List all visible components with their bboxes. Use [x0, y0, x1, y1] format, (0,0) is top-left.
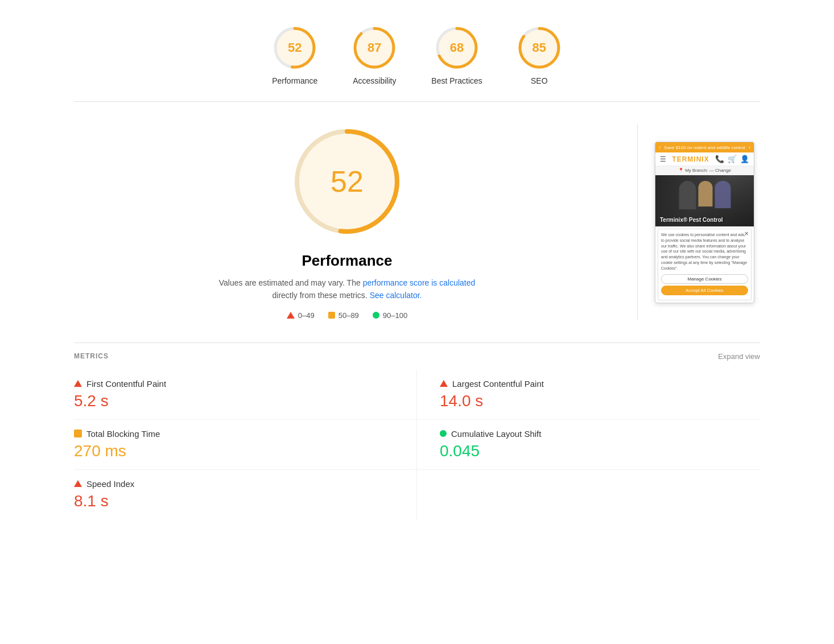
score-value-performance: 52 — [288, 40, 302, 55]
score-circle-seo: 85 — [517, 25, 562, 71]
accept-cookies-button[interactable]: Accept All Cookies — [661, 286, 748, 295]
metric-placeholder — [417, 470, 760, 519]
legend-poor: 0–49 — [287, 311, 315, 320]
phone-preview-panel: ‹ Save $100 on rodent and wildlife contr… — [655, 125, 760, 320]
legend-good: 90–100 — [373, 311, 407, 320]
cls-value: 0.045 — [440, 442, 760, 460]
needs-improvement-square-icon — [328, 312, 335, 319]
score-label-performance: Performance — [272, 76, 317, 85]
phone-nav-icons: 📞 🛒 👤 — [715, 155, 749, 163]
poor-triangle-icon — [287, 312, 295, 319]
score-card-best-practices[interactable]: 68 Best Practices — [431, 25, 482, 85]
account-icon: 👤 — [740, 155, 749, 163]
metrics-grid: First Contentful Paint 5.2 s Largest Con… — [74, 370, 760, 519]
score-label-accessibility: Accessibility — [353, 76, 396, 85]
score-value-seo: 85 — [532, 40, 546, 55]
big-score-container: 52 — [290, 125, 404, 238]
metric-cls: Cumulative Layout Shift 0.045 — [417, 420, 760, 470]
score-description: Values are estimated and may vary. The p… — [219, 276, 476, 302]
score-card-accessibility[interactable]: 87 Accessibility — [352, 25, 397, 85]
score-label-seo: SEO — [531, 76, 548, 85]
phone-hero-text: Terminix® Pest Control — [660, 217, 723, 223]
score-legend: 0–49 50–89 90–100 — [287, 311, 407, 320]
metrics-header: METRICS Expand view — [74, 352, 760, 361]
tbt-indicator-icon — [74, 430, 82, 437]
phone-next-arrow: › — [749, 145, 750, 150]
big-score-number: 52 — [331, 164, 364, 199]
metric-fcp: First Contentful Paint 5.2 s — [74, 370, 417, 420]
phone-preview: ‹ Save $100 on rodent and wildlife contr… — [655, 142, 754, 303]
score-value-accessibility: 87 — [368, 40, 381, 55]
phone-top-bar: ‹ Save $100 on rodent and wildlife contr… — [655, 142, 754, 152]
cls-label: Cumulative Layout Shift — [451, 429, 541, 439]
si-value: 8.1 s — [74, 492, 394, 510]
person-2 — [698, 181, 712, 207]
tbt-label: Total Blocking Time — [86, 429, 160, 439]
expand-view-button[interactable]: Expand view — [718, 352, 760, 361]
si-indicator-icon — [74, 480, 82, 487]
score-value-best-practices: 68 — [450, 40, 464, 55]
lcp-indicator-icon — [440, 380, 448, 387]
metric-lcp: Largest Contentful Paint 14.0 s — [417, 370, 760, 420]
legend-needs-improvement: 50–89 — [328, 311, 359, 320]
tbt-value: 270 ms — [74, 442, 394, 460]
cart-icon: 🛒 — [728, 155, 737, 163]
performance-score-link[interactable]: performance score is calculated — [363, 278, 476, 287]
see-calculator-link[interactable]: See calculator. — [370, 291, 422, 300]
vertical-divider — [637, 125, 638, 320]
fcp-label: First Contentful Paint — [86, 379, 166, 389]
metric-tbt: Total Blocking Time 270 ms — [74, 420, 417, 470]
phone-hero-image: Terminix® Pest Control — [655, 175, 754, 226]
metric-si: Speed Index 8.1 s — [74, 470, 417, 519]
score-card-seo[interactable]: 85 SEO — [517, 25, 562, 85]
score-circle-best-practices: 68 — [434, 25, 480, 71]
person-3 — [715, 181, 730, 208]
score-card-performance[interactable]: 52 Performance — [272, 25, 317, 85]
lcp-value: 14.0 s — [440, 392, 760, 410]
main-score-title: Performance — [302, 252, 393, 270]
fcp-value: 5.2 s — [74, 392, 394, 410]
metrics-title: METRICS — [74, 352, 109, 360]
phone-location-bar: 📍 My Branch: — Change — [655, 166, 754, 175]
scores-row: 52 Performance 87 Accessibility — [74, 11, 760, 102]
si-label: Speed Index — [86, 479, 134, 489]
person-1 — [679, 181, 696, 209]
fcp-indicator-icon — [74, 380, 82, 387]
score-circle-performance: 52 — [272, 25, 317, 71]
manage-cookies-button[interactable]: Manage Cookies — [661, 274, 748, 284]
main-score-panel: 52 Performance Values are estimated and … — [74, 125, 620, 320]
metrics-section: METRICS Expand view First Contentful Pai… — [74, 342, 760, 519]
score-label-best-practices: Best Practices — [431, 76, 482, 85]
hamburger-icon: ☰ — [660, 155, 666, 163]
score-circle-accessibility: 87 — [352, 25, 397, 71]
good-circle-icon — [373, 312, 379, 319]
phone-nav: ☰ TERMINIX 📞 🛒 👤 — [655, 152, 754, 166]
phone-icon: 📞 — [715, 155, 724, 163]
phone-cookie-banner: ✕ We use cookies to personalise content … — [658, 229, 752, 300]
cls-indicator-icon — [440, 430, 447, 437]
lcp-label: Largest Contentful Paint — [452, 379, 544, 389]
cookie-text: We use cookies to personalise content an… — [661, 232, 748, 271]
cookie-close-icon: ✕ — [744, 230, 749, 237]
